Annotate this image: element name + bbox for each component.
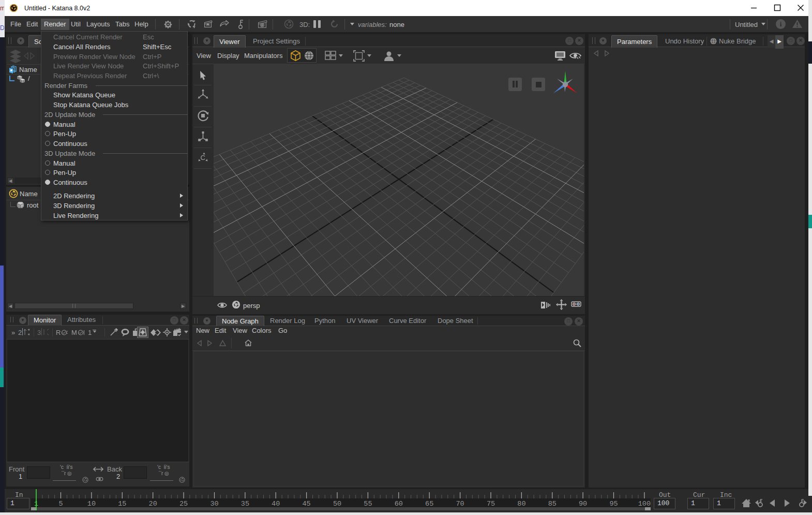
svg-text:15: 15 — [118, 500, 126, 508]
svg-text:85: 85 — [548, 500, 557, 508]
svg-text:65: 65 — [425, 500, 433, 508]
svg-text:95: 95 — [609, 500, 618, 508]
svg-text:80: 80 — [517, 500, 525, 508]
svg-text:5: 5 — [58, 500, 63, 508]
svg-text:75: 75 — [487, 500, 495, 508]
svg-text:100: 100 — [638, 500, 651, 508]
svg-text:70: 70 — [456, 500, 464, 508]
svg-text:60: 60 — [395, 500, 403, 508]
svg-text:50: 50 — [333, 500, 341, 508]
svg-text:25: 25 — [179, 500, 188, 508]
svg-text:C: C — [201, 154, 205, 161]
svg-text:55: 55 — [364, 500, 372, 508]
svg-text:45: 45 — [302, 500, 310, 508]
svg-text:10: 10 — [87, 500, 96, 508]
svg-text:35: 35 — [241, 500, 249, 508]
svg-text:40: 40 — [272, 500, 280, 508]
svg-text:20: 20 — [149, 500, 157, 508]
svg-text:90: 90 — [579, 500, 587, 508]
svg-text:30: 30 — [210, 500, 218, 508]
